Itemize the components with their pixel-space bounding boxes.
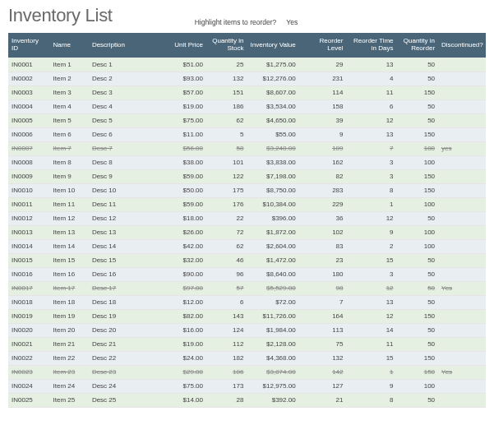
col-reorder-level[interactable]: Reorder Level <box>299 33 347 58</box>
cell-days[interactable]: 13 <box>346 58 396 72</box>
cell-price[interactable]: $26.00 <box>167 225 206 239</box>
cell-id[interactable]: IN0016 <box>8 267 50 281</box>
cell-price[interactable]: $56.00 <box>167 141 206 155</box>
cell-desc[interactable]: Desc 18 <box>89 295 167 309</box>
cell-name[interactable]: Item 6 <box>50 127 89 141</box>
cell-qty[interactable]: 182 <box>206 351 247 365</box>
cell-qty[interactable]: 6 <box>206 295 247 309</box>
cell-days[interactable]: 9 <box>346 379 396 393</box>
cell-qty[interactable]: 22 <box>206 211 247 225</box>
table-row[interactable]: IN0008Item 8Desc 8$38.00101$3,838.001623… <box>8 155 486 169</box>
cell-price[interactable]: $16.00 <box>167 323 206 337</box>
cell-rqty[interactable]: 50 <box>397 281 439 295</box>
table-row[interactable]: IN0020Item 20Desc 20$16.00124$1,984.0011… <box>8 323 486 337</box>
table-row[interactable]: IN0014Item 14Desc 14$42.0062$2,604.00832… <box>8 239 486 253</box>
cell-qty[interactable]: 122 <box>206 169 247 183</box>
cell-qty[interactable]: 124 <box>206 323 247 337</box>
cell-qty[interactable]: 25 <box>206 58 247 72</box>
cell-desc[interactable]: Desc 17 <box>89 281 167 295</box>
cell-id[interactable]: IN0003 <box>8 85 50 99</box>
col-name[interactable]: Name <box>50 33 89 58</box>
cell-rqty[interactable]: 50 <box>397 58 439 72</box>
cell-name[interactable]: Item 3 <box>50 85 89 99</box>
col-qty-reorder[interactable]: Quantity in Reorder <box>397 33 439 58</box>
cell-id[interactable]: IN0017 <box>8 281 50 295</box>
cell-reorder[interactable]: 9 <box>299 127 347 141</box>
cell-rqty[interactable]: 150 <box>397 365 439 379</box>
col-inventory-id[interactable]: Inventory ID <box>8 33 50 58</box>
cell-value[interactable]: $11,726.00 <box>247 309 298 323</box>
cell-qty[interactable]: 62 <box>206 113 247 127</box>
cell-reorder[interactable]: 231 <box>299 72 347 85</box>
cell-days[interactable]: 4 <box>346 72 396 85</box>
cell-rqty[interactable]: 50 <box>397 113 439 127</box>
cell-rqty[interactable]: 150 <box>397 127 439 141</box>
col-reorder-days[interactable]: Reorder Time in Days <box>346 33 396 58</box>
cell-desc[interactable]: Desc 14 <box>89 239 167 253</box>
cell-id[interactable]: IN0006 <box>8 127 50 141</box>
cell-value[interactable]: $2,604.00 <box>247 239 298 253</box>
cell-name[interactable]: Item 12 <box>50 211 89 225</box>
cell-name[interactable]: Item 17 <box>50 281 89 295</box>
table-row[interactable]: IN0002Item 2Desc 2$93.00132$12,276.00231… <box>8 72 486 85</box>
cell-value[interactable]: $4,368.00 <box>247 351 298 365</box>
cell-qty[interactable]: 143 <box>206 309 247 323</box>
cell-reorder[interactable]: 36 <box>299 211 347 225</box>
col-discontinued[interactable]: Discontinued? <box>438 33 486 58</box>
table-row[interactable]: IN0013Item 13Desc 13$26.0072$1,872.00102… <box>8 225 486 239</box>
table-row[interactable]: IN0019Item 19Desc 19$82.00143$11,726.001… <box>8 309 486 323</box>
table-row[interactable]: IN0024Item 24Desc 24$75.00173$12,975.001… <box>8 379 486 393</box>
cell-disc[interactable]: Yes <box>438 365 486 379</box>
cell-price[interactable]: $59.00 <box>167 197 206 211</box>
cell-rqty[interactable]: 100 <box>397 239 439 253</box>
cell-desc[interactable]: Desc 2 <box>89 72 167 85</box>
cell-reorder[interactable]: 132 <box>299 351 347 365</box>
cell-name[interactable]: Item 13 <box>50 225 89 239</box>
cell-days[interactable]: 7 <box>346 141 396 155</box>
cell-days[interactable]: 1 <box>346 365 396 379</box>
cell-reorder[interactable]: 83 <box>299 239 347 253</box>
cell-value[interactable]: $392.00 <box>247 393 298 407</box>
cell-qty[interactable]: 151 <box>206 85 247 99</box>
cell-price[interactable]: $18.00 <box>167 211 206 225</box>
cell-value[interactable]: $4,650.00 <box>247 113 298 127</box>
cell-value[interactable]: $55.00 <box>247 127 298 141</box>
cell-desc[interactable]: Desc 6 <box>89 127 167 141</box>
cell-rqty[interactable]: 50 <box>397 267 439 281</box>
cell-name[interactable]: Item 18 <box>50 295 89 309</box>
table-row[interactable]: IN0003Item 3Desc 3$57.00151$8,607.001141… <box>8 85 486 99</box>
cell-qty[interactable]: 176 <box>206 197 247 211</box>
cell-disc[interactable] <box>438 379 486 393</box>
cell-days[interactable]: 8 <box>346 393 396 407</box>
cell-reorder[interactable]: 23 <box>299 253 347 267</box>
cell-id[interactable]: IN0005 <box>8 113 50 127</box>
cell-disc[interactable] <box>438 211 486 225</box>
cell-id[interactable]: IN0024 <box>8 379 50 393</box>
cell-disc[interactable] <box>438 351 486 365</box>
cell-reorder[interactable]: 29 <box>299 58 347 72</box>
cell-rqty[interactable]: 100 <box>397 155 439 169</box>
cell-days[interactable]: 6 <box>346 99 396 113</box>
cell-id[interactable]: IN0008 <box>8 155 50 169</box>
cell-id[interactable]: IN0010 <box>8 183 50 197</box>
cell-desc[interactable]: Desc 16 <box>89 267 167 281</box>
cell-value[interactable]: $1,472.00 <box>247 253 298 267</box>
col-description[interactable]: Description <box>89 33 167 58</box>
cell-desc[interactable]: Desc 5 <box>89 113 167 127</box>
cell-name[interactable]: Item 9 <box>50 169 89 183</box>
cell-value[interactable]: $10,384.00 <box>247 197 298 211</box>
cell-reorder[interactable]: 82 <box>299 169 347 183</box>
cell-value[interactable]: $72.00 <box>247 295 298 309</box>
table-row[interactable]: IN0025Item 25Desc 25$14.0028$392.0021850 <box>8 393 486 407</box>
cell-price[interactable]: $51.00 <box>167 58 206 72</box>
table-row[interactable]: IN0006Item 6Desc 6$11.005$55.00913150 <box>8 127 486 141</box>
cell-price[interactable]: $14.00 <box>167 393 206 407</box>
cell-reorder[interactable]: 113 <box>299 323 347 337</box>
cell-name[interactable]: Item 10 <box>50 183 89 197</box>
cell-disc[interactable] <box>438 337 486 351</box>
cell-price[interactable]: $12.00 <box>167 295 206 309</box>
cell-qty[interactable]: 101 <box>206 155 247 169</box>
cell-desc[interactable]: Desc 8 <box>89 155 167 169</box>
cell-id[interactable]: IN0011 <box>8 197 50 211</box>
cell-rqty[interactable]: 50 <box>397 337 439 351</box>
